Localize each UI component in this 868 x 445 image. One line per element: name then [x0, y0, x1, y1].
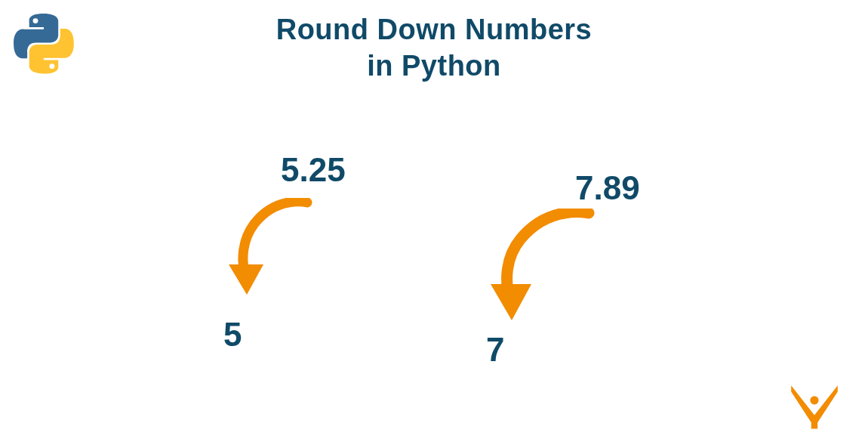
svg-point-0 [810, 396, 818, 404]
brand-logo-icon [788, 377, 841, 430]
example-1-output: 5 [223, 316, 242, 354]
page-title: Round Down Numbers in Python [0, 12, 868, 84]
title-line-2: in Python [0, 48, 868, 85]
example-1-input: 5.25 [281, 151, 346, 189]
curved-down-arrow-icon [483, 209, 604, 329]
example-2-output: 7 [486, 331, 504, 369]
example-2-input: 7.89 [575, 169, 640, 207]
title-line-1: Round Down Numbers [0, 12, 868, 48]
curved-down-arrow-icon [223, 198, 321, 304]
